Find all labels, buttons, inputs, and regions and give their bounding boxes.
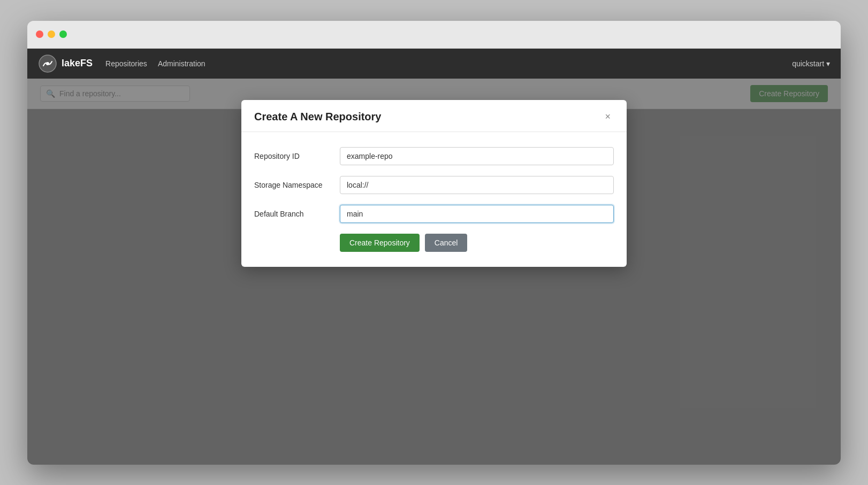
nav-repositories[interactable]: Repositories — [105, 59, 147, 68]
storage-namespace-group: Storage Namespace — [254, 176, 614, 194]
brand-name: lakeFS — [62, 58, 93, 69]
repository-id-group: Repository ID — [254, 147, 614, 165]
cancel-btn-label: Cancel — [435, 238, 458, 247]
repository-id-label: Repository ID — [254, 152, 340, 160]
modal-close-button[interactable]: × — [601, 111, 614, 122]
titlebar — [27, 21, 841, 49]
create-btn-label: Create Repository — [349, 238, 410, 247]
storage-namespace-label: Storage Namespace — [254, 181, 340, 189]
modal-actions: Create Repository Cancel — [254, 234, 614, 252]
storage-namespace-input[interactable] — [340, 176, 614, 194]
svg-point-1 — [46, 62, 49, 65]
navbar: lakeFS Repositories Administration quick… — [27, 49, 841, 79]
modal-header: Create A New Repository × — [241, 100, 627, 132]
create-repository-modal: Create A New Repository × Repository ID … — [241, 100, 627, 267]
maximize-button[interactable] — [59, 30, 67, 38]
quickstart-label: quickstart ▾ — [792, 59, 830, 68]
default-branch-input[interactable] — [340, 205, 614, 223]
brand-logo — [38, 54, 57, 73]
default-branch-group: Default Branch — [254, 205, 614, 223]
repository-id-input[interactable] — [340, 147, 614, 165]
app-window: lakeFS Repositories Administration quick… — [27, 21, 841, 465]
traffic-lights — [36, 30, 67, 38]
minimize-button[interactable] — [48, 30, 55, 38]
page-body: 🔍 Create Repository Create A New Reposit… — [27, 79, 841, 465]
browser-content: lakeFS Repositories Administration quick… — [27, 49, 841, 465]
close-button[interactable] — [36, 30, 43, 38]
quickstart-menu[interactable]: quickstart ▾ — [792, 59, 830, 68]
cancel-button[interactable]: Cancel — [425, 234, 468, 252]
modal-body: Repository ID Storage Namespace Default … — [241, 132, 627, 267]
nav-administration[interactable]: Administration — [158, 59, 205, 68]
nav-links: Repositories Administration — [105, 59, 205, 68]
modal-title: Create A New Repository — [254, 111, 381, 123]
default-branch-label: Default Branch — [254, 210, 340, 218]
modal-overlay: Create A New Repository × Repository ID … — [27, 79, 841, 465]
create-repository-submit-button[interactable]: Create Repository — [340, 234, 420, 252]
brand: lakeFS — [38, 54, 93, 73]
